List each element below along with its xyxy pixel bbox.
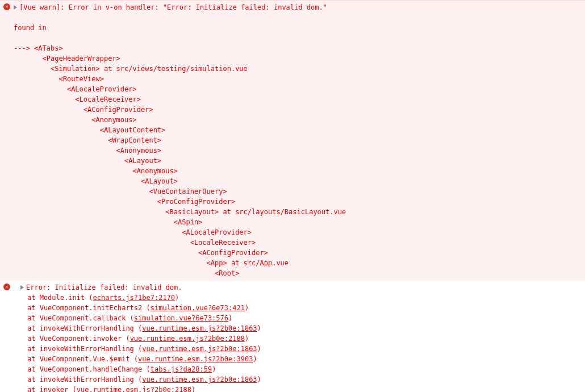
stack-frame: at VueComponent.invoker (vue.runtime.esm… xyxy=(14,333,582,344)
stack-frame: at VueComponent.Vue.$emit (vue.runtime.e… xyxy=(14,354,582,364)
component-tree: ---> <ATabs> <PageHeaderWrapper> <Simula… xyxy=(14,43,582,278)
component-tree-line: <ProConfigProvider> xyxy=(14,197,582,207)
component-tree-line: <LocaleReceiver> xyxy=(14,237,582,248)
source-link[interactable]: vue.runtime.esm.js?2b0e:3903 xyxy=(138,355,253,363)
stack-frame-text: ) xyxy=(245,304,249,312)
source-link[interactable]: vue.runtime.esm.js?2b0e:2188 xyxy=(130,335,245,343)
stack-frame-text: at VueComponent.invoker ( xyxy=(27,335,130,343)
component-tree-line: <Anonymous> xyxy=(14,166,582,176)
source-link[interactable]: vue.runtime.esm.js?2b0e:1863 xyxy=(142,324,257,332)
error-first-line: Error: Initialize failed: invalid dom. xyxy=(20,282,582,293)
error-icon xyxy=(3,3,10,10)
disclosure-triangle-icon[interactable] xyxy=(20,285,24,290)
error-icon xyxy=(3,283,10,290)
component-tree-line: <AConfigProvider> xyxy=(14,105,582,115)
stack-frame-text: ) xyxy=(191,386,195,392)
stack-trace: at Module.init (echarts.js?1be7:2170)at … xyxy=(14,293,582,392)
component-tree-line: <Simulation> at src/views/testing/simula… xyxy=(14,64,582,74)
source-link[interactable]: simulation.vue?6e73:576 xyxy=(134,314,228,322)
component-tree-line: <WrapContent> xyxy=(14,135,582,145)
stack-frame-text: ) xyxy=(257,345,261,353)
stack-frame: at invoker (vue.runtime.esm.js?2b0e:2188… xyxy=(14,385,582,392)
stack-frame-text: ) xyxy=(257,376,261,383)
stack-frame-text: ) xyxy=(228,314,232,322)
disclosure-triangle-icon[interactable] xyxy=(14,5,17,10)
component-tree-line: <LocaleReceiver> xyxy=(14,94,582,105)
component-tree-line: <AConfigProvider> xyxy=(14,248,582,258)
component-tree-line: <ALayoutContent> xyxy=(14,125,582,135)
stack-frame: at invokeWithErrorHandling (vue.runtime.… xyxy=(14,374,582,385)
stack-frame-text: at invokeWithErrorHandling ( xyxy=(27,345,142,353)
error-header: Error: Initialize failed: invalid dom. xyxy=(26,283,182,291)
stack-frame-text: ) xyxy=(245,335,249,343)
source-link[interactable]: vue.runtime.esm.js?2b0e:1863 xyxy=(142,376,257,383)
component-tree-line: <ALocaleProvider> xyxy=(14,84,582,94)
component-tree-line: <ALocaleProvider> xyxy=(14,227,582,237)
stack-frame-text: at VueComponent.Vue.$emit ( xyxy=(27,355,138,363)
source-link[interactable]: vue.runtime.esm.js?2b0e:2188 xyxy=(77,386,191,392)
stack-frame-text: at VueComponent.handleChange ( xyxy=(27,365,151,373)
source-link[interactable]: echarts.js?1be7:2170 xyxy=(93,294,176,302)
component-tree-line: <App> at src/App.vue xyxy=(14,258,582,268)
stack-frame: at Module.init (echarts.js?1be7:2170) xyxy=(14,293,582,303)
component-tree-line: <RouteView> xyxy=(14,74,582,84)
stack-frame-text: at Module.init ( xyxy=(27,294,93,302)
blank-line xyxy=(14,33,582,43)
component-tree-line: <Root> xyxy=(14,268,582,278)
stack-frame-text: ) xyxy=(175,294,179,302)
stack-frame: at VueComponent.handleChange (tabs.js?da… xyxy=(14,364,582,374)
blank-line xyxy=(14,12,582,23)
stack-frame-text: at VueComponent.initEcharts2 ( xyxy=(27,304,151,312)
component-tree-line: <BasicLayout> at src/layouts/BasicLayout… xyxy=(14,207,582,217)
stack-frame-text: ) xyxy=(253,355,257,363)
stack-frame-text: at VueComponent.callback ( xyxy=(27,314,134,322)
stack-frame-text: ) xyxy=(257,324,261,332)
component-tree-line: <ALayout> xyxy=(14,156,582,166)
warn-header: [Vue warn]: Error in v-on handler: "Erro… xyxy=(19,3,327,11)
stack-frame: at VueComponent.callback (simulation.vue… xyxy=(14,313,582,323)
stack-frame-text: at invokeWithErrorHandling ( xyxy=(27,376,142,383)
error-message: Error: Initialize failed: invalid dom. a… xyxy=(0,280,585,392)
component-tree-line: <ALayout> xyxy=(14,176,582,186)
stack-frame: at VueComponent.initEcharts2 (simulation… xyxy=(14,303,582,313)
vue-warn-message: [Vue warn]: Error in v-on handler: "Erro… xyxy=(0,0,585,280)
component-tree-line: <VueContainerQuery> xyxy=(14,186,582,197)
stack-frame: at invokeWithErrorHandling (vue.runtime.… xyxy=(14,344,582,354)
component-tree-line: <ASpin> xyxy=(14,217,582,227)
stack-frame-text: at invoker ( xyxy=(27,386,77,392)
source-link[interactable]: simulation.vue?6e73:421 xyxy=(151,304,245,312)
stack-frame-text: at invokeWithErrorHandling ( xyxy=(27,324,142,332)
component-tree-line: <Anonymous> xyxy=(14,115,582,125)
component-tree-line: <Anonymous> xyxy=(14,145,582,156)
stack-frame-text: ) xyxy=(212,365,216,373)
stack-frame: at invokeWithErrorHandling (vue.runtime.… xyxy=(14,323,582,333)
component-tree-line: ---> <ATabs> xyxy=(14,43,582,53)
source-link[interactable]: tabs.js?da28:59 xyxy=(151,365,212,373)
found-in: found in xyxy=(14,23,582,33)
component-tree-line: <PageHeaderWrapper> xyxy=(14,53,582,64)
source-link[interactable]: vue.runtime.esm.js?2b0e:1863 xyxy=(142,345,257,353)
